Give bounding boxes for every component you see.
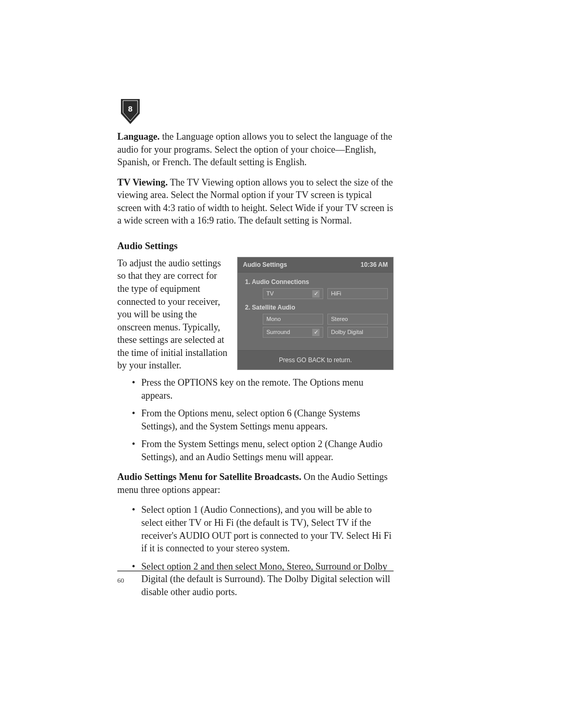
figure-item-1-label: 1. Audio Connections	[243, 276, 388, 288]
checkmark-icon: ✓	[312, 329, 320, 336]
list-item: Select option 2 and then select Mono, St…	[132, 560, 394, 599]
figure-titlebar: Audio Settings 10:36 AM	[238, 257, 393, 273]
steps-list: Press the OPTIONS key on the remote. The…	[132, 376, 394, 463]
list-item: From the Options menu, select option 6 (…	[132, 407, 394, 433]
audio-settings-screenshot: Audio Settings 10:36 AM 1. Audio Connect…	[237, 257, 394, 370]
paragraph-tv-viewing: TV Viewing. The TV Viewing option allows…	[117, 176, 394, 227]
para-lead: TV Viewing.	[117, 177, 168, 188]
figure-opt-tv[interactable]: TV ✓	[263, 288, 323, 299]
paragraph-audio-menu: Audio Settings Menu for Satellite Broadc…	[117, 471, 394, 496]
figure-title: Audio Settings	[243, 261, 287, 269]
figure-opt-surround[interactable]: Surround ✓	[263, 327, 323, 338]
para-lead: Audio Settings Menu for Satellite Broadc…	[117, 472, 301, 482]
page-number: 60	[117, 576, 124, 585]
footer-rule	[117, 571, 394, 571]
options-list: Select option 1 (Audio Connections), and…	[132, 503, 394, 598]
figure-item-2-label: 2. Satellite Audio	[243, 301, 388, 314]
list-item: From the System Settings menu, select op…	[132, 438, 394, 463]
figure-opt-mono[interactable]: Mono	[263, 314, 323, 325]
figure-footer: Press GO BACK to return.	[238, 350, 393, 369]
list-item: Press the OPTIONS key on the remote. The…	[132, 376, 394, 402]
checkmark-icon: ✓	[312, 290, 320, 298]
list-item: Select option 1 (Audio Connections), and…	[132, 503, 394, 554]
paragraph-language: Language. the Language option allows you…	[117, 130, 394, 169]
figure-opt-hifi[interactable]: HiFi	[327, 288, 388, 299]
figure-opt-stereo[interactable]: Stereo	[327, 314, 388, 325]
section-heading: Audio Settings	[117, 240, 394, 253]
figure-opt-dolby[interactable]: Dolby Digital	[327, 327, 388, 338]
figure-time: 10:36 AM	[361, 261, 388, 269]
para-lead: Language.	[117, 131, 160, 142]
